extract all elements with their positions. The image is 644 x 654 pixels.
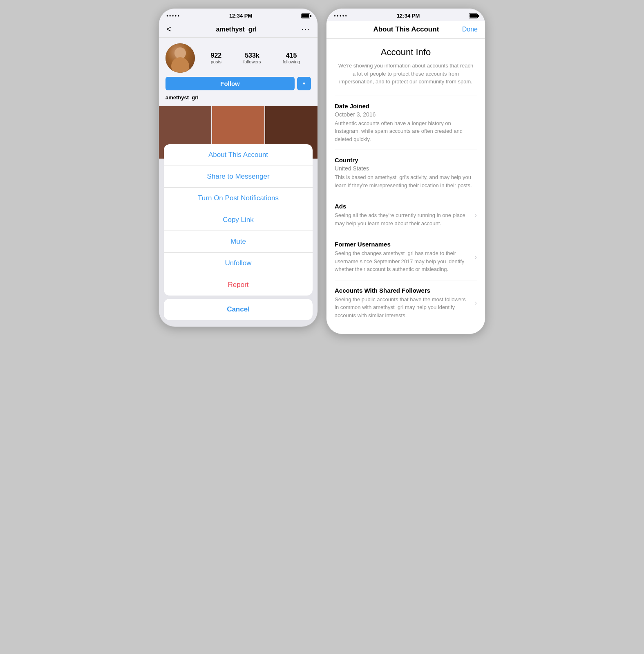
section-former-usernames-row: Former Usernames Seeing the changes amet… — [335, 241, 477, 273]
section-desc-former-usernames: Seeing the changes amethyst_grl has made… — [335, 249, 471, 273]
follow-button[interactable]: Follow — [165, 77, 295, 90]
signal-dots-right: ●●●●● — [334, 14, 348, 18]
section-ads[interactable]: Ads Seeing all the ads they're currently… — [335, 196, 477, 234]
profile-row: 922 posts 533k followers 415 following — [165, 43, 311, 73]
following-count: 415 — [283, 52, 300, 59]
section-title-shared-followers: Accounts With Shared Followers — [335, 287, 471, 294]
battery-fill — [302, 14, 309, 18]
chevron-down-icon: ▼ — [302, 81, 306, 86]
battery-fill-right — [470, 14, 477, 18]
section-date-joined: Date Joined October 3, 2016 Authentic ac… — [335, 96, 477, 150]
right-phone: ●●●●● 12:34 PM About This Account Done A… — [326, 8, 485, 334]
time-left: 12:34 PM — [229, 13, 252, 19]
battery-icon — [301, 13, 310, 18]
followers-stat: 533k followers — [243, 52, 261, 64]
profile-username-nav: amethyst_grl — [216, 26, 257, 33]
status-bar-left: ●●●●● 12:34 PM — [159, 9, 318, 21]
more-options-button[interactable]: ··· — [302, 25, 310, 34]
action-turn-on-post-notifications[interactable]: Turn On Post Notifications — [164, 188, 313, 209]
posts-count: 922 — [211, 52, 222, 59]
follow-dropdown-button[interactable]: ▼ — [297, 77, 311, 90]
time-right: 12:34 PM — [397, 13, 420, 19]
stats-row: 922 posts 533k followers 415 following — [200, 52, 311, 64]
section-desc-country: This is based on amethyst_grl's activity… — [335, 173, 477, 189]
battery-left — [301, 13, 310, 18]
action-sheet-group: About This Account Share to Messenger Tu… — [164, 144, 313, 296]
cancel-button[interactable]: Cancel — [164, 299, 313, 320]
section-desc-ads: Seeing all the ads they're currently run… — [335, 211, 471, 227]
account-info-title: Account Info — [335, 47, 477, 58]
section-former-usernames-left: Former Usernames Seeing the changes amet… — [335, 241, 471, 273]
section-value-date-joined: October 3, 2016 — [335, 111, 477, 118]
done-button[interactable]: Done — [462, 26, 478, 33]
about-content: Account Info We're showing you informati… — [326, 39, 485, 334]
action-unfollow[interactable]: Unfollow — [164, 253, 313, 274]
about-nav-title: About This Account — [350, 25, 462, 34]
profile-area: 922 posts 533k followers 415 following F… — [159, 38, 318, 106]
section-shared-followers-row: Accounts With Shared Followers Seeing th… — [335, 287, 477, 320]
section-shared-followers-left: Accounts With Shared Followers Seeing th… — [335, 287, 471, 320]
nav-bar-left: < amethyst_grl ··· — [159, 21, 318, 38]
avatar-image — [165, 43, 195, 73]
chevron-right-icon-usernames: › — [475, 253, 477, 261]
action-about-this-account[interactable]: About This Account — [164, 144, 313, 166]
chevron-right-icon-shared-followers: › — [475, 299, 477, 307]
section-title-date-joined: Date Joined — [335, 103, 477, 110]
back-button[interactable]: < — [166, 25, 171, 34]
section-value-country: United States — [335, 165, 477, 172]
section-title-ads: Ads — [335, 203, 471, 210]
section-ads-row: Ads Seeing all the ads they're currently… — [335, 203, 477, 227]
action-copy-link[interactable]: Copy Link — [164, 209, 313, 231]
section-title-former-usernames: Former Usernames — [335, 241, 471, 248]
action-share-to-messenger[interactable]: Share to Messenger — [164, 166, 313, 188]
following-label: following — [283, 59, 300, 64]
follow-row: Follow ▼ — [165, 77, 311, 90]
section-shared-followers[interactable]: Accounts With Shared Followers Seeing th… — [335, 280, 477, 326]
signal-dots: ●●●●● — [166, 14, 180, 18]
section-former-usernames[interactable]: Former Usernames Seeing the changes amet… — [335, 234, 477, 280]
section-desc-date-joined: Authentic accounts often have a longer h… — [335, 119, 477, 143]
action-report[interactable]: Report — [164, 274, 313, 296]
battery-right — [469, 13, 478, 18]
action-sheet: About This Account Share to Messenger Tu… — [159, 141, 318, 327]
action-mute[interactable]: Mute — [164, 231, 313, 253]
battery-icon-right — [469, 13, 478, 18]
status-bar-right: ●●●●● 12:34 PM — [326, 9, 485, 21]
left-phone: ●●●●● 12:34 PM < amethyst_grl ··· 922 po… — [159, 8, 318, 327]
section-country: Country United States This is based on a… — [335, 150, 477, 196]
section-ads-left: Ads Seeing all the ads they're currently… — [335, 203, 471, 227]
posts-stat: 922 posts — [211, 52, 222, 64]
posts-label: posts — [211, 59, 222, 64]
profile-username: amethyst_grl — [165, 94, 311, 102]
chevron-right-icon-ads: › — [475, 211, 477, 219]
about-nav: About This Account Done — [326, 21, 485, 39]
section-title-country: Country — [335, 157, 477, 164]
account-info-description: We're showing you information about acco… — [335, 62, 477, 86]
avatar — [165, 43, 195, 73]
following-stat: 415 following — [283, 52, 300, 64]
followers-label: followers — [243, 59, 261, 64]
followers-count: 533k — [243, 52, 261, 59]
section-desc-shared-followers: Seeing the public accounts that have the… — [335, 296, 471, 320]
